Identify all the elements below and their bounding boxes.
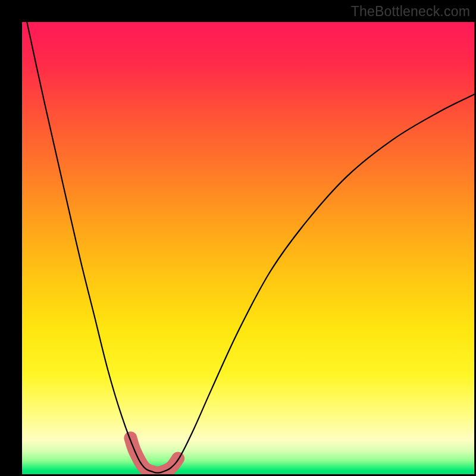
curve-layer xyxy=(22,22,474,474)
chart-stage: TheBottleneck.com xyxy=(0,0,476,476)
watermark-text: TheBottleneck.com xyxy=(351,4,470,20)
plot-area xyxy=(22,22,474,474)
bottleneck-curve xyxy=(22,22,474,473)
